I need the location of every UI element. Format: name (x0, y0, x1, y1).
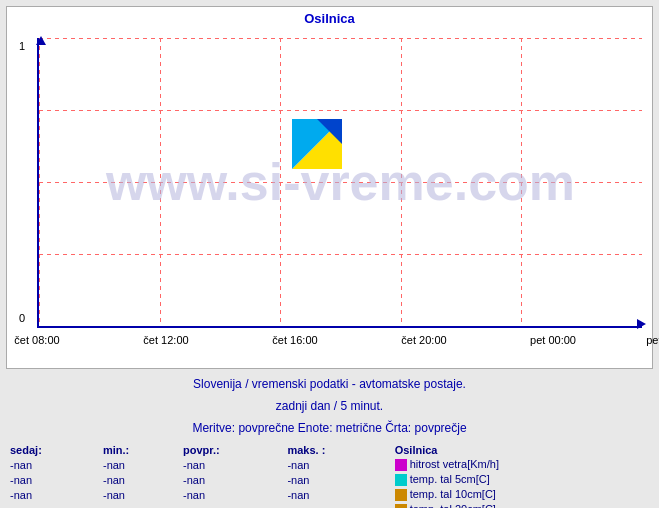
hgrid-2 (39, 182, 642, 183)
legend-label-1: temp. tal 5cm[C] (391, 472, 653, 487)
hgrid-1 (39, 110, 642, 111)
legend-maks-0: -nan (283, 457, 390, 472)
legend-color-1 (395, 474, 407, 486)
legend-header-min: min.: (99, 443, 179, 457)
legend-sedaj-1: -nan (6, 472, 99, 487)
legend-min-2: -nan (99, 487, 179, 502)
x-label-3: čet 20:00 (401, 334, 446, 346)
chart-container: www.si-vreme.com Osilnica 1 0 www.si-vre… (6, 6, 653, 369)
legend-table: sedaj: min.: povpr.: maks. : Osilnica -n… (6, 443, 653, 508)
legend-min-1: -nan (99, 472, 179, 487)
legend-label-2: temp. tal 10cm[C] (391, 487, 653, 502)
legend-header-sedaj: sedaj: (6, 443, 99, 457)
info-line3: Meritve: povprečne Enote: metrične Črta:… (192, 419, 466, 437)
legend-row-1: -nan -nan -nan -nan temp. tal 5cm[C] (6, 472, 653, 487)
legend-color-2 (395, 489, 407, 501)
legend-sedaj-0: -nan (6, 457, 99, 472)
x-label-4: pet 00:00 (530, 334, 576, 346)
chart-area: 1 0 www.si-vreme.com (7, 28, 652, 368)
legend-row-2: -nan -nan -nan -nan temp. tal 10cm[C] (6, 487, 653, 502)
legend-row-3: -nan -nan -nan -nan temp. tal 20cm[C] (6, 502, 653, 508)
x-label-2: čet 16:00 (272, 334, 317, 346)
info-line2: zadnji dan / 5 minut. (276, 397, 383, 415)
arrow-right (637, 319, 646, 329)
legend-maks-1: -nan (283, 472, 390, 487)
page: www.si-vreme.com Osilnica 1 0 www.si-vre… (0, 0, 659, 508)
chart-inner: www.si-vreme.com (37, 38, 642, 328)
legend-maks-3: -nan (283, 502, 390, 508)
logo-icon (292, 119, 342, 173)
legend-sedaj-2: -nan (6, 487, 99, 502)
y-label-max: 1 (19, 40, 25, 52)
legend-label-3: temp. tal 20cm[C] (391, 502, 653, 508)
info-line1: Slovenija / vremenski podatki - avtomats… (193, 375, 466, 393)
x-label-5: pet 04:00 (646, 334, 659, 346)
hgrid-3 (39, 254, 642, 255)
hgrid-4 (39, 326, 642, 327)
x-label-0: čet 08:00 (14, 334, 59, 346)
legend-row-0: -nan -nan -nan -nan hitrost vetra[Km/h] (6, 457, 653, 472)
legend-color-0 (395, 459, 407, 471)
legend-sedaj-3: -nan (6, 502, 99, 508)
legend-povpr-2: -nan (179, 487, 283, 502)
legend-povpr-3: -nan (179, 502, 283, 508)
legend-maks-2: -nan (283, 487, 390, 502)
hgrid-0 (39, 38, 642, 39)
legend-povpr-0: -nan (179, 457, 283, 472)
legend-header-povpr: povpr.: (179, 443, 283, 457)
legend-color-3 (395, 504, 407, 508)
legend-header-station: Osilnica (391, 443, 653, 457)
legend-min-3: -nan (99, 502, 179, 508)
x-label-1: čet 12:00 (143, 334, 188, 346)
legend-min-0: -nan (99, 457, 179, 472)
legend-povpr-1: -nan (179, 472, 283, 487)
chart-title: Osilnica (7, 7, 652, 26)
legend-header-maks: maks. : (283, 443, 390, 457)
arrow-up (36, 36, 46, 45)
legend-label-0: hitrost vetra[Km/h] (391, 457, 653, 472)
y-label-min: 0 (19, 312, 25, 324)
